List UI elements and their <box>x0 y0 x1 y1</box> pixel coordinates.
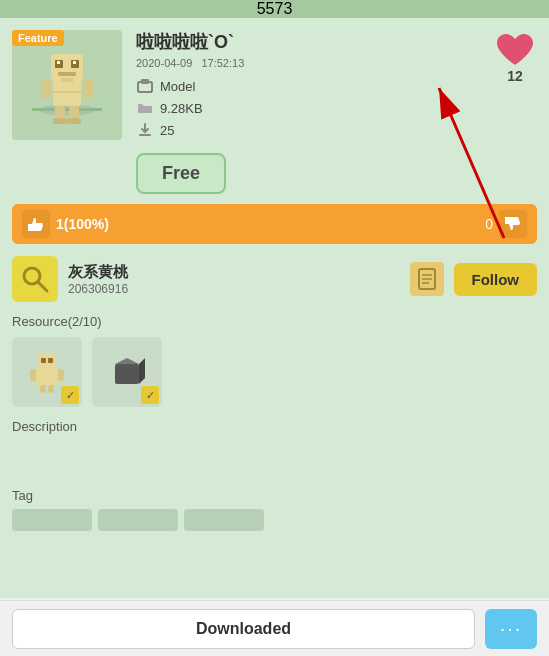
thumbnail-container: Feature <box>12 30 122 140</box>
resource-item-2[interactable]: ✓ <box>92 337 162 407</box>
svg-rect-36 <box>40 385 46 393</box>
svg-marker-41 <box>115 358 139 364</box>
tag-item-3[interactable] <box>184 509 264 531</box>
svg-rect-16 <box>83 80 93 98</box>
item-downloads: 25 <box>160 123 174 138</box>
svg-rect-14 <box>58 72 76 76</box>
tag-item-2[interactable] <box>98 509 178 531</box>
robot-character <box>27 40 107 130</box>
check-badge-2: ✓ <box>141 386 159 404</box>
rating-text: 1(100%) <box>56 216 109 232</box>
banner-text: 5573 <box>257 0 293 18</box>
svg-rect-18 <box>69 106 79 120</box>
svg-line-27 <box>38 282 47 291</box>
model-icon <box>136 77 154 95</box>
description-label: Description <box>12 419 537 434</box>
svg-rect-19 <box>53 118 67 124</box>
author-name: 灰系黄桃 <box>68 263 410 282</box>
author-avatar[interactable] <box>12 256 58 302</box>
svg-rect-13 <box>73 61 76 64</box>
rating-section: 1(100%) 0 <box>12 204 537 244</box>
svg-rect-25 <box>139 134 151 136</box>
thumbnail-image <box>12 30 122 140</box>
thumbs-down-count: 0 <box>485 216 493 232</box>
item-size: 9.28KB <box>160 101 203 116</box>
author-section: 灰系黄桃 206306916 Follow <box>12 252 537 306</box>
thumbs-down-area[interactable]: 0 <box>485 210 527 238</box>
meta-size-row: 9.28KB <box>136 99 537 117</box>
svg-rect-38 <box>41 358 46 363</box>
check-badge-1: ✓ <box>61 386 79 404</box>
resource-item-1[interactable]: ✓ <box>12 337 82 407</box>
author-info: 灰系黄桃 206306916 <box>68 263 410 296</box>
svg-marker-42 <box>139 358 145 384</box>
svg-rect-17 <box>55 106 65 120</box>
search-icon <box>19 263 51 295</box>
tag-item-1[interactable] <box>12 509 92 531</box>
heart-icon[interactable] <box>495 32 535 68</box>
info-section: 啦啦啦啦`O` 2020-04-09 17:52:13 Model <box>136 30 537 194</box>
resource-block-icon <box>109 354 145 390</box>
svg-rect-12 <box>57 61 60 64</box>
svg-rect-34 <box>30 369 36 381</box>
svg-rect-15 <box>41 80 51 98</box>
downloaded-button[interactable]: Downloaded <box>12 609 475 649</box>
meta-downloads-row: 25 <box>136 121 537 139</box>
more-button[interactable]: ··· <box>485 609 537 649</box>
main-card: 12 Feature <box>0 18 549 598</box>
more-dots: ··· <box>500 617 523 640</box>
heart-count: 12 <box>507 68 523 84</box>
meta-type-row: Model <box>136 77 537 95</box>
item-date: 2020-04-09 17:52:13 <box>136 57 537 69</box>
svg-rect-40 <box>115 364 139 384</box>
svg-rect-20 <box>67 118 81 124</box>
top-banner: 5573 <box>0 0 549 18</box>
thumbs-up-area[interactable]: 1(100%) <box>22 210 109 238</box>
svg-rect-37 <box>48 385 54 393</box>
svg-rect-33 <box>36 367 58 385</box>
resources-label: Resource(2/10) <box>12 314 537 329</box>
thumbs-up-icon[interactable] <box>22 210 50 238</box>
download-icon <box>136 121 154 139</box>
resources-grid: ✓ ✓ <box>12 337 537 407</box>
notes-icon-svg <box>416 268 438 290</box>
bottom-bar: Downloaded ··· <box>0 600 549 656</box>
document-icon[interactable] <box>410 262 444 296</box>
svg-rect-39 <box>48 358 53 363</box>
description-content <box>12 438 537 478</box>
follow-button[interactable]: Follow <box>454 263 538 296</box>
svg-rect-21 <box>61 78 73 82</box>
tag-label: Tag <box>12 488 537 503</box>
tag-row <box>12 509 537 531</box>
header-section: Feature <box>12 30 537 194</box>
item-title: 啦啦啦啦`O` <box>136 30 537 54</box>
svg-rect-32 <box>38 354 56 368</box>
heart-container[interactable]: 12 <box>495 32 535 84</box>
item-type: Model <box>160 79 195 94</box>
svg-rect-24 <box>141 79 149 84</box>
svg-rect-35 <box>58 369 64 381</box>
folder-icon <box>136 99 154 117</box>
free-button[interactable]: Free <box>136 153 226 194</box>
thumbs-down-icon[interactable] <box>499 210 527 238</box>
author-id: 206306916 <box>68 282 410 296</box>
feature-badge: Feature <box>12 30 64 46</box>
